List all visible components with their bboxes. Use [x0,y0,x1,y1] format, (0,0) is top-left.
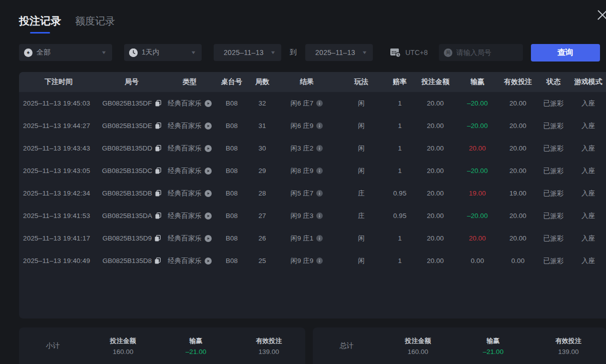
stat-value: 139.00 [232,348,305,356]
copy-icon[interactable] [155,100,161,106]
time-range-select[interactable]: 1天内 ▼ [124,44,202,61]
cell-bet-time: 2025–11–13 19:43:05 [19,160,98,182]
result-info-icon[interactable] [316,190,323,196]
cell-valid-bet: 20.00 [499,204,536,227]
copy-icon[interactable] [155,122,161,129]
stat-value: 160.00 [380,348,455,356]
summary-bar: 小计 投注金额 160.00 输赢 –21.00 有效投注 139.00 总计 … [19,328,606,364]
game-type-icon[interactable] [205,235,212,242]
column-header: 类型 [165,72,214,92]
cell-game-mode: 入座 [570,227,606,250]
total-bet-amount: 投注金额 160.00 [380,336,455,356]
cell-bet-amount: 20.00 [415,92,455,114]
cell-status: 已派彩 [536,204,570,227]
game-type-icon[interactable] [205,258,212,264]
cell-play: 闲 [338,137,384,160]
cell-game-mode: 入座 [570,114,606,137]
cell-round-no: 29 [249,160,275,182]
subtotal-valid-bet: 有效投注 139.00 [232,336,305,356]
column-header: 赔率 [384,72,415,92]
round-number-input[interactable] [456,48,518,56]
cell-bet-amount: 20.00 [415,114,455,137]
cell-play: 闲 [338,92,384,114]
result-info-icon[interactable] [316,100,323,106]
cell-status: 已派彩 [536,137,570,160]
cell-status: 已派彩 [536,160,570,182]
cell-game-type: 经典百家乐 [165,114,214,137]
game-type-icon[interactable] [205,212,212,220]
copy-icon[interactable] [155,190,161,196]
copy-icon[interactable] [155,212,161,219]
game-type-icon[interactable] [205,168,212,174]
close-icon[interactable] [594,7,606,23]
cell-bet-amount: 20.00 [415,204,455,227]
column-header: 状态 [536,72,570,92]
cell-round-no: 31 [249,114,275,137]
tab-quota-records[interactable]: 额度记录 [75,14,115,28]
cell-odds: 0.95 [384,204,415,227]
cell-bet-time: 2025–11–13 19:40:49 [19,250,98,272]
cell-bet-amount: 20.00 [415,137,455,160]
result-info-icon[interactable] [316,168,323,174]
copy-icon[interactable] [155,168,161,174]
subtotal-label: 小计 [19,342,87,350]
game-type-icon[interactable] [205,122,212,130]
copy-icon[interactable] [155,145,161,152]
game-type-icon[interactable] [205,190,212,197]
chevron-down-icon: ▼ [270,50,276,55]
cell-table-no: B08 [214,160,249,182]
cell-table-no: B08 [214,182,249,204]
calendar-clock-icon [390,48,401,58]
cell-bet-time: 2025–11–13 19:45:03 [19,92,98,114]
cell-result: 闲3 庄2 [275,137,338,160]
cell-winloss: –20.00 [455,114,499,137]
cell-play: 庄 [338,204,384,227]
result-info-icon[interactable] [316,235,323,242]
cell-table-no: B08 [214,204,249,227]
date-from-value: 2025–11–13 [219,48,271,56]
cell-table-no: B08 [214,250,249,272]
cell-bet-amount: 20.00 [415,250,455,272]
tab-quota-records-label: 额度记录 [75,16,115,26]
date-from-picker[interactable]: 2025–11–13 ▼ [214,44,281,61]
cell-round-no: 27 [249,204,275,227]
cell-game-type: 经典百家乐 [165,92,214,114]
cell-valid-bet: 20.00 [499,114,536,137]
game-type-select[interactable]: ♠ 全部 ▼ [19,44,112,61]
chevron-down-icon: ▼ [191,50,197,55]
result-info-icon[interactable] [316,258,323,264]
cell-game-mode: 入座 [570,92,606,114]
copy-icon[interactable] [155,258,161,264]
copy-icon[interactable] [155,235,161,242]
active-tab-underline [30,32,50,34]
cell-winloss: 0.00 [455,250,499,272]
clock-icon [129,48,138,57]
cell-game-type: 经典百家乐 [165,160,214,182]
date-range-to-label: 到 [290,48,297,57]
query-button[interactable]: 查询 [531,44,600,62]
cell-round-id: GB0825B135DB [98,182,165,204]
result-info-icon[interactable] [316,122,323,129]
subtotal-panel: 小计 投注金额 160.00 输赢 –21.00 有效投注 139.00 [19,328,305,364]
chevron-down-icon: ▼ [101,50,107,55]
cell-play: 闲 [338,227,384,250]
cell-result: 闲8 庄9 [275,160,338,182]
date-to-picker[interactable]: 2025–11–13 ▼ [305,44,373,61]
cell-round-no: 28 [249,182,275,204]
total-panel: 总计 投注金额 160.00 输赢 –21.00 有效投注 139.00 [313,328,606,364]
cell-round-id: GB0825B135DF [98,92,165,114]
stat-value: –21.00 [455,348,530,356]
game-type-icon[interactable] [205,145,212,152]
cell-game-mode: 入座 [570,204,606,227]
cell-bet-time: 2025–11–13 19:42:34 [19,182,98,204]
stat-value: 139.00 [531,348,606,356]
cell-round-id: GB0825B135DA [98,204,165,227]
tab-betting-records[interactable]: 投注记录 [19,14,61,28]
cell-winloss: –20.00 [455,160,499,182]
game-type-icon[interactable] [205,100,212,107]
result-info-icon[interactable] [316,212,323,219]
result-info-icon[interactable] [316,145,323,152]
cell-winloss: 20.00 [455,137,499,160]
cell-bet-time: 2025–11–13 19:41:17 [19,227,98,250]
cell-table-no: B08 [214,92,249,114]
